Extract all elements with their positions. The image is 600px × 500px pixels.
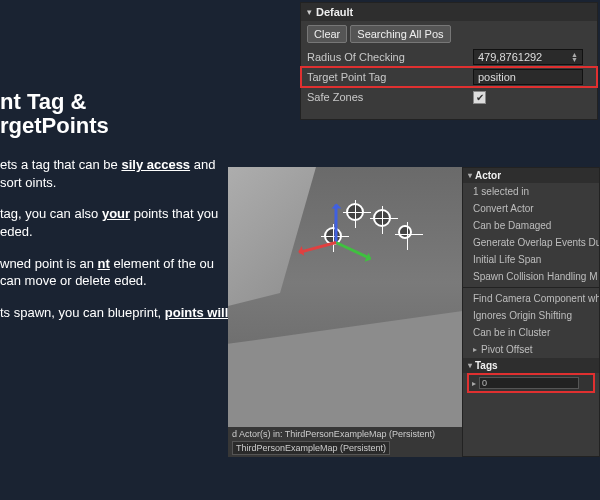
- radius-input[interactable]: 479,8761292 ▲▼: [473, 49, 583, 65]
- axis-x-icon[interactable]: [299, 241, 336, 254]
- tags-array: ▸ 0: [469, 375, 593, 391]
- doc-p2: tag, you can also your points that you e…: [0, 205, 230, 240]
- divider: [463, 287, 599, 288]
- section-title: Default: [316, 6, 353, 18]
- prop-spawn-collision[interactable]: Spawn Collision Handling M: [463, 268, 599, 285]
- collapse-icon: ▾: [468, 171, 472, 180]
- prop-convert-actor[interactable]: Convert Actor: [463, 200, 599, 217]
- doc-p1: ets a tag that can be sily access and so…: [0, 156, 230, 191]
- target-tag-input[interactable]: position: [473, 69, 583, 85]
- status-line-2: ThirdPersonExampleMap (Persistent): [232, 441, 390, 455]
- axis-y-icon[interactable]: [335, 241, 371, 260]
- section-header-tags[interactable]: ▾ Tags: [463, 358, 599, 373]
- spinner-icon[interactable]: ▲▼: [571, 52, 578, 62]
- collapse-icon: ▾: [468, 361, 472, 370]
- row-safe-zones: Safe Zones ✔: [301, 87, 597, 107]
- target-tag-value: position: [478, 71, 516, 83]
- prop-pivot-offset[interactable]: ▸ Pivot Offset: [463, 341, 599, 358]
- prop-find-camera[interactable]: Find Camera Component wh: [463, 290, 599, 307]
- label-safe-zones: Safe Zones: [307, 91, 473, 103]
- details-panel-default: ▾ Default Clear Searching All Pos Radius…: [300, 2, 598, 120]
- selected-count: 1 selected in: [463, 183, 599, 200]
- details-panel-actor: ▾ Actor 1 selected in Convert Actor Can …: [462, 167, 600, 457]
- status-line-1: d Actor(s) in: ThirdPersonExampleMap (Pe…: [232, 429, 462, 439]
- section-header-default[interactable]: ▾ Default: [301, 3, 597, 21]
- viewport-3d[interactable]: d Actor(s) in: ThirdPersonExampleMap (Pe…: [228, 167, 466, 457]
- transform-gizmo[interactable]: [306, 211, 366, 271]
- expand-icon: ▸: [473, 345, 477, 354]
- prop-generate-overlap[interactable]: Generate Overlap Events Du: [463, 234, 599, 251]
- searching-all-pos-button[interactable]: Searching All Pos: [350, 25, 450, 43]
- clear-button[interactable]: Clear: [307, 25, 347, 43]
- collapse-icon: ▾: [307, 7, 312, 17]
- target-point-icon[interactable]: [398, 225, 412, 239]
- section-title-tags: Tags: [475, 360, 498, 371]
- section-title-actor: Actor: [475, 170, 501, 181]
- prop-ignores-origin[interactable]: Ignores Origin Shifting: [463, 307, 599, 324]
- prop-can-be-damaged[interactable]: Can be Damaged: [463, 217, 599, 234]
- tags-count-field[interactable]: 0: [479, 377, 579, 389]
- prop-can-be-in-cluster[interactable]: Can be in Cluster: [463, 324, 599, 341]
- label-target-tag: Target Point Tag: [307, 71, 473, 83]
- row-target-point-tag: Target Point Tag position: [301, 67, 597, 87]
- doc-text: nt Tag & rgetPoints ets a tag that can b…: [0, 90, 230, 335]
- radius-value: 479,8761292: [478, 51, 542, 63]
- row-radius: Radius Of Checking 479,8761292 ▲▼: [301, 47, 597, 67]
- viewport-status: d Actor(s) in: ThirdPersonExampleMap (Pe…: [228, 427, 466, 457]
- target-point-icon[interactable]: [373, 209, 391, 227]
- section-header-actor[interactable]: ▾ Actor: [463, 168, 599, 183]
- doc-p4: ts spawn, you can blueprint, points will: [0, 304, 230, 322]
- safe-zones-checkbox[interactable]: ✔: [473, 91, 486, 104]
- pivot-offset-label: Pivot Offset: [481, 344, 533, 355]
- prop-initial-life-span[interactable]: Initial Life Span: [463, 251, 599, 268]
- expand-icon[interactable]: ▸: [472, 379, 476, 388]
- doc-p3: wned point is an nt element of the ou ca…: [0, 255, 230, 290]
- label-radius: Radius Of Checking: [307, 51, 473, 63]
- axis-z-icon[interactable]: [335, 205, 338, 243]
- doc-title: nt Tag & rgetPoints: [0, 90, 230, 138]
